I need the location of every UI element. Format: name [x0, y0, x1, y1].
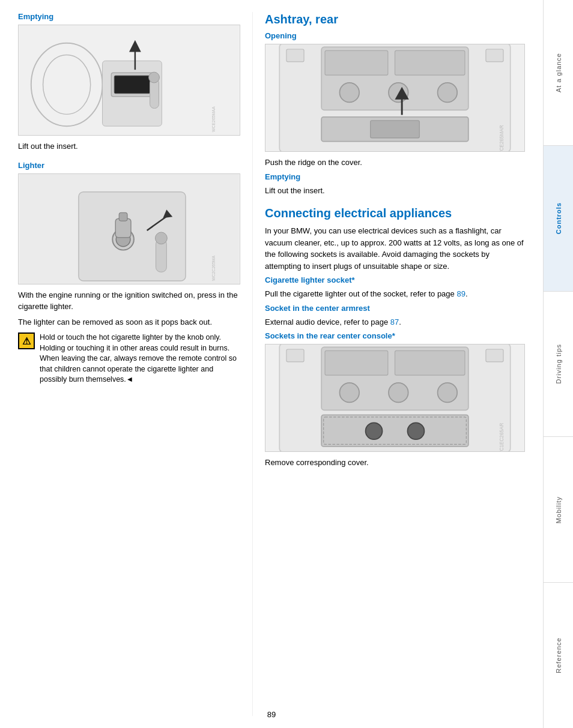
sidebar-item-mobility[interactable]: Mobility [544, 437, 573, 583]
sidebar-label-mobility: Mobility [555, 496, 562, 523]
svg-rect-29 [395, 50, 465, 75]
svg-text:WCE265MAR: WCE265MAR [499, 125, 505, 152]
lighter-label: Lighter [18, 161, 240, 170]
svg-rect-40 [286, 349, 304, 362]
sidebar-label-driving-tips: Driving tips [555, 344, 562, 384]
svg-rect-17 [119, 212, 127, 221]
lighter-illustration: WC2C265MA [18, 173, 240, 284]
sidebar: At a glance Controls Driving tips Mobili… [543, 0, 573, 728]
page-bottom: 89 [0, 710, 543, 719]
emptying-illustration: WCE265MAA [18, 25, 240, 136]
svg-point-9 [149, 72, 160, 83]
svg-rect-48 [321, 415, 468, 447]
sidebar-label-reference: Reference [555, 637, 562, 673]
sidebar-label-at-a-glance: At a glance [555, 53, 562, 92]
warning-block: ⚠ Hold or touch the hot cigarette lighte… [18, 332, 240, 385]
svg-point-50 [407, 423, 424, 439]
connecting-p1: In your BMW, you can use electrical devi… [265, 225, 525, 272]
warning-text: Hold or touch the hot cigarette lighter … [40, 332, 240, 385]
svg-rect-34 [371, 121, 420, 138]
emptying-text-left: Lift out the insert. [18, 140, 240, 152]
lighter-p1: With the engine running or the ignition … [18, 289, 240, 313]
svg-text:WC2C265MA: WC2C265MA [211, 255, 216, 281]
sidebar-item-driving-tips[interactable]: Driving tips [544, 292, 573, 438]
ashtray-rear-title: Ashtray, rear [265, 12, 525, 26]
opening-illustration: WCE265MAR [265, 44, 525, 152]
opening-text: Push the ridge on the cover. [265, 157, 525, 169]
lighter-p2: The lighter can be removed as soon as it… [18, 316, 240, 328]
center-armrest-page-link[interactable]: 87 [390, 317, 399, 326]
svg-rect-28 [325, 50, 388, 75]
center-armrest-text: External audio device, refer to page 87. [265, 316, 525, 328]
svg-rect-26 [486, 49, 503, 62]
svg-rect-25 [286, 49, 304, 62]
connecting-title: Connecting electrical appliances [265, 206, 525, 220]
sidebar-item-reference[interactable]: Reference [544, 583, 573, 728]
svg-rect-8 [150, 79, 159, 108]
cig-socket-text: Pull the cigarette lighter out of the so… [265, 288, 525, 300]
svg-point-46 [389, 383, 408, 403]
rear-console-text: Remove corresponding cover. [265, 457, 525, 469]
svg-rect-43 [325, 350, 388, 375]
svg-point-45 [339, 383, 359, 403]
cig-socket-label: Cigarette lighter socket* [265, 275, 525, 284]
opening-label: Opening [265, 31, 525, 40]
svg-point-49 [366, 423, 383, 439]
svg-point-32 [438, 83, 458, 103]
emptying-label-left: Emptying [18, 12, 240, 21]
svg-rect-16 [115, 218, 131, 238]
rear-console-illustration: WC1EC265AR [265, 344, 525, 452]
svg-text:WC1EC265AR: WC1EC265AR [499, 423, 505, 452]
emptying-label-right: Emptying [265, 172, 525, 181]
svg-rect-41 [486, 349, 503, 362]
emptying-text-right: Lift out the insert. [265, 185, 525, 197]
svg-point-47 [438, 383, 458, 403]
svg-rect-5 [114, 76, 150, 94]
cig-socket-page-link[interactable]: 89 [456, 289, 465, 298]
svg-rect-44 [395, 350, 465, 375]
svg-point-21 [156, 232, 168, 244]
sidebar-item-controls[interactable]: Controls [544, 146, 573, 292]
page-number: 89 [267, 710, 276, 719]
sidebar-item-at-a-glance[interactable]: At a glance [544, 0, 573, 146]
sidebar-label-controls: Controls [555, 202, 562, 234]
svg-point-30 [339, 83, 359, 103]
center-armrest-label: Socket in the center armrest [265, 304, 525, 313]
svg-text:WCE265MAA: WCE265MAA [211, 106, 216, 132]
rear-console-label: Sockets in the rear center console* [265, 331, 525, 340]
warning-icon: ⚠ [18, 332, 35, 349]
